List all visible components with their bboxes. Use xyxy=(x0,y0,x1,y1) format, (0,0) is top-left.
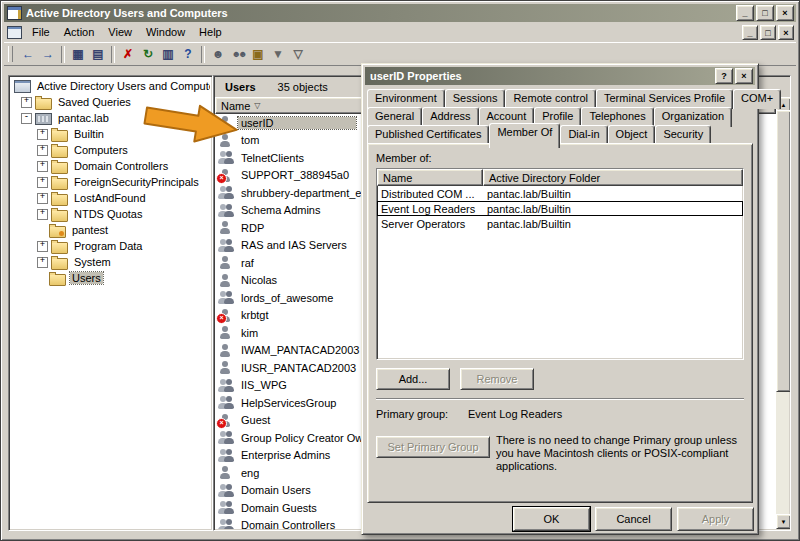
disabled-user-icon: × xyxy=(219,169,234,182)
tab-terminal-services-profile[interactable]: Terminal Services Profile xyxy=(596,89,733,109)
group-icon xyxy=(219,431,234,444)
folder-icon xyxy=(51,162,68,174)
tab-organization[interactable]: Organization xyxy=(654,107,732,127)
dialog-title-bar: userID Properties ? × xyxy=(365,67,755,85)
refresh-icon[interactable]: ↻ xyxy=(138,45,158,63)
member-row[interactable]: Server Operatorspantac.lab/Builtin xyxy=(377,216,743,231)
add-button[interactable]: Add... xyxy=(376,368,450,390)
user-icon xyxy=(219,361,234,374)
new-user-icon[interactable]: ☻ xyxy=(208,45,228,63)
export-list-icon[interactable]: ▥ xyxy=(158,45,178,63)
tab-environment[interactable]: Environment xyxy=(367,89,445,109)
bust-shape xyxy=(224,501,234,514)
new-ou-icon[interactable]: ▣ xyxy=(248,45,268,63)
tree-item[interactable]: +NTDS Quotas xyxy=(11,206,210,222)
bust-shape xyxy=(220,466,230,479)
tab-security[interactable]: Security xyxy=(655,125,711,145)
sort-indicator-icon: ▽ xyxy=(254,101,260,110)
member-row[interactable]: Distributed COM ...pantac.lab/Builtin xyxy=(377,186,743,201)
menu-file[interactable]: File xyxy=(25,24,57,41)
vertical-scrollbar[interactable]: ▲ ▼ xyxy=(776,97,789,529)
scroll-thumb[interactable] xyxy=(776,110,791,392)
dialog-caption-buttons: ? × xyxy=(715,68,755,84)
tree-expander[interactable]: + xyxy=(37,145,48,156)
folder-icon xyxy=(49,274,66,286)
member-row[interactable]: Event Log Readerspantac.lab/Builtin xyxy=(377,201,743,216)
dialog-help-button[interactable]: ? xyxy=(715,68,733,84)
result-pane-title: Users xyxy=(225,81,256,93)
child-close-button[interactable]: × xyxy=(778,25,794,40)
forward-icon[interactable]: → xyxy=(38,45,58,63)
tree-item-label: ForeignSecurityPrincipals xyxy=(72,176,201,188)
list-item-label: Enterprise Admins xyxy=(238,449,333,461)
tree-item-root[interactable]: Active Directory Users and Computers xyxy=(11,78,210,94)
new-group-icon[interactable]: ☻☻ xyxy=(228,45,248,63)
dialog-close-button[interactable]: × xyxy=(735,68,753,84)
menu-action[interactable]: Action xyxy=(57,24,102,41)
directory-root-icon xyxy=(14,80,31,93)
tab-telephones[interactable]: Telephones xyxy=(581,107,653,127)
properties-icon[interactable]: ▤ xyxy=(88,45,108,63)
tab-general[interactable]: General xyxy=(367,107,422,127)
tree-item[interactable]: +ForeignSecurityPrincipals xyxy=(11,174,210,190)
filter-options-icon[interactable]: ▽ xyxy=(288,45,308,63)
tree-item[interactable]: +System xyxy=(11,254,210,270)
list-item-label: Domain Guests xyxy=(238,502,320,514)
minimize-button[interactable]: _ xyxy=(736,5,754,21)
ok-button[interactable]: OK xyxy=(513,507,590,531)
tree-expander[interactable]: + xyxy=(37,241,48,252)
menu-window[interactable]: Window xyxy=(139,24,192,41)
tab-com[interactable]: COM+ xyxy=(733,89,781,109)
bust-shape xyxy=(220,361,230,374)
member-name-column-label: Name xyxy=(383,172,412,184)
tree-expander[interactable]: + xyxy=(37,209,48,220)
tree-expander[interactable]: - xyxy=(21,113,32,124)
tree-expander[interactable]: + xyxy=(37,129,48,140)
tab-remote-control[interactable]: Remote control xyxy=(505,89,596,109)
delete-icon[interactable]: ✗ xyxy=(118,45,138,63)
tree-item[interactable]: pantest xyxy=(11,222,210,238)
tree-expander[interactable]: + xyxy=(37,161,48,172)
set-filter-icon[interactable]: ▼ xyxy=(268,45,288,63)
tree-item[interactable]: +Domain Controllers xyxy=(11,158,210,174)
help-icon[interactable]: ? xyxy=(178,45,198,63)
title-bar: Active Directory Users and Computers _ □… xyxy=(4,4,796,22)
folder-icon xyxy=(51,258,68,270)
close-button[interactable]: × xyxy=(776,5,794,21)
toolbar-icons: ←→▦▤✗↻▥?☻☻☻▣▼▽ xyxy=(18,45,308,63)
bust-shape xyxy=(224,186,234,199)
member-folder: pantac.lab/Builtin xyxy=(483,188,743,200)
menu-view[interactable]: View xyxy=(101,24,139,41)
member-name-column-header[interactable]: Name xyxy=(377,169,483,186)
cancel-button[interactable]: Cancel xyxy=(595,507,672,531)
member-name: Event Log Readers xyxy=(377,203,483,215)
tab-published-certificates[interactable]: Published Certificates xyxy=(367,125,489,145)
bust-shape xyxy=(224,449,234,462)
set-primary-group-button[interactable]: Set Primary Group xyxy=(376,436,490,458)
tab-member-of[interactable]: Member Of xyxy=(489,123,560,148)
member-folder-column-header[interactable]: Active Directory Folder xyxy=(483,169,743,186)
menu-help[interactable]: Help xyxy=(192,24,229,41)
group-icon xyxy=(219,291,234,304)
remove-button[interactable]: Remove xyxy=(460,368,534,390)
tab-sessions[interactable]: Sessions xyxy=(445,89,506,109)
tree-expander[interactable]: + xyxy=(37,193,48,204)
tree-expander[interactable]: + xyxy=(37,177,48,188)
tab-object[interactable]: Object xyxy=(608,125,656,145)
child-restore-button[interactable]: □ xyxy=(760,25,776,40)
list-item-label: RAS and IAS Servers xyxy=(238,239,350,251)
tree-item[interactable]: Users xyxy=(11,270,210,286)
tab-address[interactable]: Address xyxy=(422,107,478,127)
apply-button[interactable]: Apply xyxy=(677,507,754,531)
tree-expander[interactable]: + xyxy=(21,97,32,108)
back-icon[interactable]: ← xyxy=(18,45,38,63)
tab-dial-in[interactable]: Dial-in xyxy=(560,125,607,145)
user-icon xyxy=(219,466,234,479)
maximize-button[interactable]: □ xyxy=(756,5,774,21)
tree-item[interactable]: +Program Data xyxy=(11,238,210,254)
scroll-down-button[interactable]: ▼ xyxy=(776,514,791,529)
show-hide-console-tree-icon[interactable]: ▦ xyxy=(68,45,88,63)
tree-expander[interactable]: + xyxy=(37,257,48,268)
tree-item[interactable]: +LostAndFound xyxy=(11,190,210,206)
child-minimize-button[interactable]: _ xyxy=(742,25,758,40)
